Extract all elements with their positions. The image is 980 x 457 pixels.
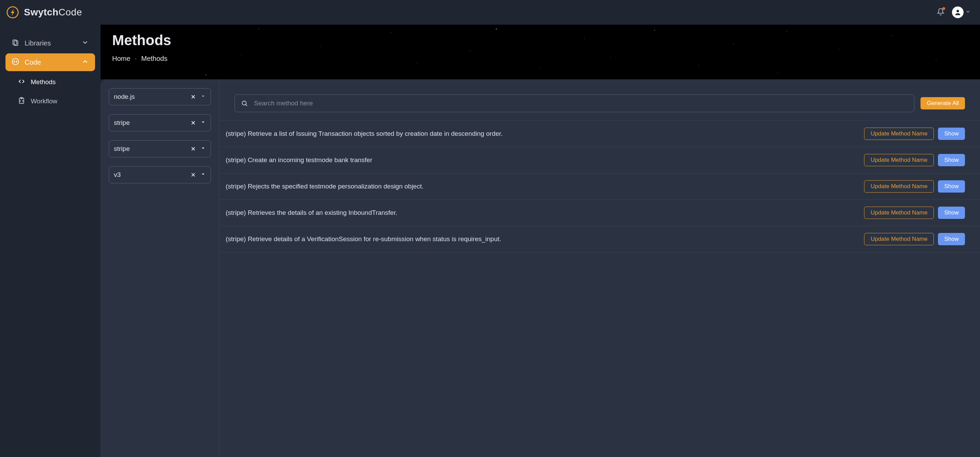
- method-description: (stripe) Rejects the specified testmode …: [226, 182, 860, 191]
- search-input-wrapper[interactable]: [235, 94, 914, 112]
- caret-down-icon: [200, 171, 206, 178]
- method-row: (stripe) Create an incoming testmode ban…: [220, 147, 980, 174]
- brand-strong: Swytch: [24, 7, 59, 18]
- brand-name: SwytchCode: [24, 7, 82, 18]
- caret-down-icon: [200, 145, 206, 153]
- breadcrumb-home[interactable]: Home: [112, 55, 130, 63]
- libraries-icon: [12, 39, 19, 48]
- svg-line-16: [245, 104, 247, 106]
- method-description: (stripe) Retrieve a list of Issuing Tran…: [226, 129, 860, 139]
- show-button[interactable]: Show: [938, 180, 965, 193]
- sidebar-item-libraries[interactable]: Libraries: [5, 34, 95, 52]
- method-description: (stripe) Create an incoming testmode ban…: [226, 155, 860, 165]
- brand[interactable]: SwytchCode: [0, 0, 100, 25]
- sidebar-item-label: Workflow: [31, 97, 57, 105]
- update-method-name-button[interactable]: Update Method Name: [864, 233, 934, 245]
- breadcrumb: Home ● Methods: [112, 55, 968, 63]
- clipboard-icon: [18, 97, 25, 106]
- sidebar-item-label: Methods: [31, 78, 56, 86]
- update-method-name-button[interactable]: Update Method Name: [864, 180, 934, 193]
- caret-down-icon: [200, 119, 206, 127]
- notifications-button[interactable]: [937, 8, 945, 17]
- filter-panel: node.js stripe: [100, 80, 220, 457]
- chevron-down-icon: [966, 9, 970, 15]
- search-icon: [241, 100, 248, 107]
- page-header: Methods Home ● Methods: [100, 25, 980, 80]
- sidebar-sub-methods[interactable]: Methods: [12, 73, 95, 91]
- sidebar-item-code[interactable]: Code: [5, 53, 95, 71]
- content-card: node.js stripe: [100, 80, 980, 457]
- filter-service-select[interactable]: stripe: [109, 140, 211, 158]
- filter-version-select[interactable]: v3: [109, 166, 211, 183]
- method-description: (stripe) Retrieves the details of an exi…: [226, 208, 860, 218]
- method-row: (stripe) Retrieves the details of an exi…: [220, 200, 980, 226]
- update-method-name-button[interactable]: Update Method Name: [864, 127, 934, 140]
- sidebar-sub-workflow[interactable]: Workflow: [12, 92, 95, 110]
- user-menu[interactable]: [952, 6, 970, 18]
- sidebar: SwytchCode Libraries: [0, 0, 100, 457]
- clear-icon[interactable]: [190, 120, 196, 126]
- method-row: (stripe) Rejects the specified testmode …: [220, 174, 980, 200]
- svg-point-15: [242, 101, 246, 105]
- show-button[interactable]: Show: [938, 154, 965, 166]
- page-title: Methods: [112, 32, 968, 49]
- svg-point-6: [956, 10, 959, 12]
- person-icon: [954, 8, 961, 16]
- code-brackets-icon: [18, 78, 25, 87]
- breadcrumb-current: Methods: [141, 55, 167, 63]
- update-method-name-button[interactable]: Update Method Name: [864, 207, 934, 219]
- generate-all-button[interactable]: Generate All: [921, 97, 965, 110]
- filter-value: node.js: [114, 93, 190, 100]
- sidebar-nav: Libraries Code: [0, 25, 100, 111]
- filter-value: stripe: [114, 119, 190, 127]
- notification-dot: [942, 7, 945, 10]
- filter-provider-select[interactable]: stripe: [109, 114, 211, 131]
- filter-value: v3: [114, 171, 190, 178]
- method-row: (stripe) Retrieve details of a Verificat…: [220, 226, 980, 252]
- filter-language-select[interactable]: node.js: [109, 88, 211, 105]
- clear-icon[interactable]: [190, 94, 196, 100]
- svg-point-3: [12, 58, 19, 64]
- caret-down-icon: [200, 93, 206, 100]
- brand-logo-icon: [6, 6, 19, 19]
- main: Methods Home ● Methods node.js: [100, 0, 980, 457]
- breadcrumb-separator: ●: [135, 58, 137, 60]
- show-button[interactable]: Show: [938, 127, 965, 140]
- chevron-up-icon: [81, 58, 89, 67]
- methods-list: (stripe) Retrieve a list of Issuing Tran…: [220, 120, 980, 457]
- show-button[interactable]: Show: [938, 207, 965, 219]
- method-description: (stripe) Retrieve details of a Verificat…: [226, 234, 860, 244]
- chevron-down-icon: [81, 39, 89, 48]
- avatar: [952, 6, 964, 18]
- show-button[interactable]: Show: [938, 233, 965, 245]
- brand-light: Code: [59, 7, 82, 18]
- filter-value: stripe: [114, 145, 190, 153]
- sidebar-item-label: Code: [25, 59, 41, 66]
- methods-area: Generate All (stripe) Retrieve a list of…: [220, 80, 980, 457]
- sidebar-sub-code: Methods Workflow: [5, 73, 95, 110]
- update-method-name-button[interactable]: Update Method Name: [864, 154, 934, 166]
- search-input[interactable]: [254, 100, 908, 107]
- method-row: (stripe) Retrieve a list of Issuing Tran…: [220, 120, 980, 147]
- clear-icon[interactable]: [190, 146, 196, 152]
- code-circle-icon: [12, 58, 19, 67]
- sidebar-item-label: Libraries: [25, 39, 51, 47]
- list-header: Generate All: [220, 80, 980, 120]
- clear-icon[interactable]: [190, 172, 196, 178]
- topbar: [100, 0, 980, 25]
